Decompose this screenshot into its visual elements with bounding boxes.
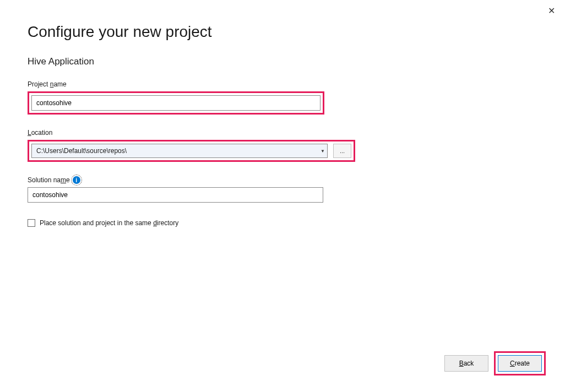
chevron-down-icon[interactable]: ▼ (318, 144, 327, 157)
location-row: C:\Users\Default\source\repos\ ▼ ... (31, 144, 351, 158)
project-name-input[interactable] (31, 95, 320, 111)
close-icon[interactable]: ✕ (548, 6, 555, 16)
solution-name-group: Solution name i (28, 176, 537, 211)
back-button[interactable]: Back (444, 355, 488, 372)
browse-button[interactable]: ... (333, 144, 351, 158)
location-combo[interactable]: C:\Users\Default\source\repos\ ▼ (31, 144, 328, 158)
dialog-content: Configure your new project Hive Applicat… (0, 0, 565, 227)
project-name-highlight (28, 91, 324, 115)
create-button[interactable]: Create (498, 355, 542, 372)
solution-name-label-row: Solution name i (28, 176, 537, 184)
project-name-group: Project name (28, 80, 537, 121)
solution-name-input[interactable] (28, 187, 323, 203)
create-highlight: Create (494, 351, 546, 375)
info-icon[interactable]: i (73, 176, 80, 184)
location-label: Location (28, 129, 537, 137)
same-directory-label: Place solution and project in the same d… (40, 219, 178, 227)
project-type-subtitle: Hive Application (28, 56, 537, 67)
location-highlight: C:\Users\Default\source\repos\ ▼ ... (28, 140, 355, 162)
same-directory-checkbox[interactable] (28, 219, 35, 227)
footer: Back Create (444, 351, 546, 375)
location-group: Location C:\Users\Default\source\repos\ … (28, 129, 537, 168)
page-title: Configure your new project (28, 23, 537, 41)
location-value: C:\Users\Default\source\repos\ (32, 145, 318, 157)
solution-name-label: Solution name (28, 176, 70, 184)
same-directory-row: Place solution and project in the same d… (28, 219, 537, 227)
project-name-label: Project name (28, 80, 537, 88)
